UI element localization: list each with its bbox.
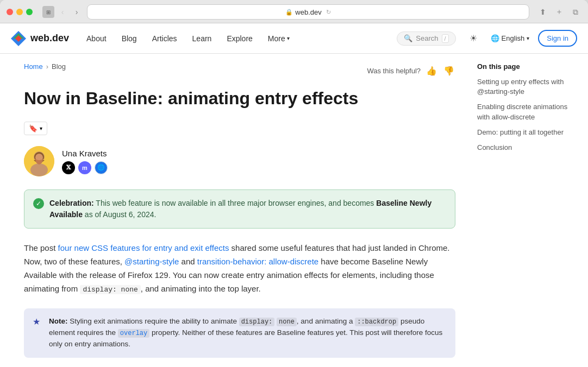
- site-navigation: web.dev About Blog Articles Learn Explor…: [0, 23, 588, 54]
- bookmark-icon: 🔖: [29, 124, 37, 132]
- breadcrumb-home[interactable]: Home: [24, 62, 43, 71]
- chevron-down-icon: ▾: [287, 35, 290, 41]
- article-paragraph-1: The post four new CSS features for entry…: [24, 242, 455, 295]
- toc-item-demo[interactable]: Demo: putting it all together: [477, 128, 577, 137]
- browser-window: ⊞ ‹ › 🔒 web.dev ↻ ⬆ ＋ ⧉: [0, 0, 588, 367]
- sidebar-toggle[interactable]: ⊞: [42, 6, 54, 18]
- main-article: Home › Blog Was this helpful? 👍 👎 Now in…: [11, 54, 468, 367]
- toc-item-starting-style[interactable]: Setting up entry effects with @starting-…: [477, 77, 577, 97]
- language-button[interactable]: 🌐 English ▾: [486, 32, 534, 45]
- none-code: none: [277, 318, 297, 326]
- celebration-body: This web feature is now available in all…: [49, 199, 431, 219]
- article-title: Now in Baseline: animating entry effects: [24, 88, 455, 109]
- browser-titlebar: ⊞ ‹ › 🔒 web.dev ↻ ⬆ ＋ ⧉: [0, 0, 588, 23]
- backdrop-code: ::backdrop: [355, 318, 398, 326]
- mastodon-link[interactable]: m: [78, 161, 91, 174]
- table-of-contents: On this page Setting up entry effects wi…: [468, 54, 577, 367]
- author-avatar: [24, 146, 54, 176]
- close-button[interactable]: [7, 9, 13, 15]
- tabs-button[interactable]: ⧉: [570, 6, 581, 18]
- address-bar-container: 🔒 web.dev ↻: [87, 4, 529, 20]
- nav-links: About Blog Articles Learn Explore More ▾: [80, 31, 397, 46]
- star-icon: ★: [33, 317, 43, 327]
- toc-item-allow-discrete[interactable]: Enabling discrete animations with allow-…: [477, 102, 577, 122]
- reload-icon[interactable]: ↻: [326, 9, 331, 16]
- share-button[interactable]: ⬆: [537, 6, 549, 18]
- nav-about[interactable]: About: [80, 31, 113, 46]
- new-tab-button[interactable]: ＋: [553, 6, 565, 18]
- css-features-link[interactable]: four new CSS features for entry and exit…: [58, 243, 229, 252]
- url-text: web.dev: [295, 8, 321, 16]
- nav-more[interactable]: More ▾: [261, 31, 296, 46]
- thumbs-down-button[interactable]: 👎: [442, 65, 455, 77]
- author-info: Una Kravets 𝕏 m 🌐: [62, 149, 108, 174]
- breadcrumb-separator: ›: [46, 62, 48, 71]
- helpful-label: Was this helpful?: [367, 67, 421, 75]
- logo[interactable]: web.dev: [11, 31, 69, 46]
- bookmark-bar: 🔖 ▾: [24, 122, 455, 135]
- twitter-link[interactable]: 𝕏: [62, 161, 75, 174]
- bookmark-button[interactable]: 🔖 ▾: [24, 122, 47, 135]
- back-button[interactable]: ‹: [57, 6, 68, 18]
- tab-bar: ⊞ ‹ ›: [42, 6, 83, 18]
- website-content: web.dev About Blog Articles Learn Explor…: [0, 23, 588, 367]
- starting-style-link[interactable]: @starting-style: [124, 257, 179, 266]
- svg-point-5: [30, 163, 48, 176]
- traffic-lights: [7, 9, 33, 15]
- thumbs-up-button[interactable]: 👍: [425, 65, 438, 77]
- website-link[interactable]: 🌐: [95, 161, 108, 174]
- breadcrumb-row: Home › Blog Was this helpful? 👍 👎: [24, 62, 455, 79]
- minimize-button[interactable]: [16, 9, 23, 15]
- article-body: The post four new CSS features for entry…: [24, 242, 455, 295]
- breadcrumb-current: Blog: [52, 62, 66, 71]
- address-bar[interactable]: 🔒 web.dev ↻: [87, 4, 529, 20]
- page-body: Home › Blog Was this helpful? 👍 👎 Now in…: [0, 54, 588, 367]
- nav-explore[interactable]: Explore: [220, 31, 259, 46]
- logo-text: web.dev: [30, 33, 69, 44]
- toc-title: On this page: [477, 62, 577, 71]
- chevron-down-icon: ▾: [527, 35, 529, 41]
- forward-button[interactable]: ›: [71, 6, 83, 18]
- celebration-strong: Baseline Newly Available: [49, 199, 431, 219]
- note-label: Note:: [49, 317, 68, 325]
- helpful-section: Was this helpful? 👍 👎: [367, 65, 455, 77]
- celebration-text: Celebration: This web feature is now ava…: [49, 198, 446, 220]
- author-social: 𝕏 m 🌐: [62, 161, 108, 174]
- celebration-banner: ✓ Celebration: This web feature is now a…: [24, 189, 455, 229]
- globe-icon: 🌐: [491, 34, 499, 42]
- sign-in-button[interactable]: Sign in: [538, 30, 577, 47]
- author-section: Una Kravets 𝕏 m 🌐: [24, 146, 455, 176]
- breadcrumb: Home › Blog: [24, 62, 66, 71]
- note-text: Note: Styling exit animations require th…: [49, 316, 447, 350]
- display-code: display:: [239, 318, 275, 326]
- celebration-label: Celebration:: [49, 199, 94, 207]
- search-shortcut: /: [442, 34, 449, 43]
- chevron-down-icon: ▾: [40, 125, 42, 131]
- overlay-code: overlay: [118, 329, 149, 338]
- transition-behavior-link[interactable]: transition-behavior: allow-discrete: [197, 257, 318, 266]
- search-button[interactable]: 🔍 Search /: [397, 31, 455, 46]
- search-icon: 🔍: [404, 34, 412, 42]
- check-icon: ✓: [33, 198, 44, 209]
- author-name: Una Kravets: [62, 149, 108, 158]
- nav-learn[interactable]: Learn: [186, 31, 218, 46]
- display-none-code: display: none: [80, 285, 140, 294]
- avatar-image: [24, 146, 54, 176]
- nav-blog[interactable]: Blog: [115, 31, 143, 46]
- search-text: Search: [416, 34, 438, 42]
- nav-right: 🔍 Search / ☀ 🌐 English ▾ Sign in: [397, 30, 577, 47]
- maximize-button[interactable]: [26, 9, 33, 15]
- toolbar-actions: ⬆ ＋ ⧉: [537, 6, 581, 18]
- theme-toggle[interactable]: ☀: [465, 30, 482, 47]
- lock-icon: 🔒: [285, 9, 293, 16]
- logo-icon: [11, 31, 26, 46]
- toc-item-conclusion[interactable]: Conclusion: [477, 143, 577, 153]
- overlay-link[interactable]: overlay: [118, 328, 149, 337]
- nav-articles[interactable]: Articles: [146, 31, 184, 46]
- note-banner: ★ Note: Styling exit animations require …: [24, 308, 455, 358]
